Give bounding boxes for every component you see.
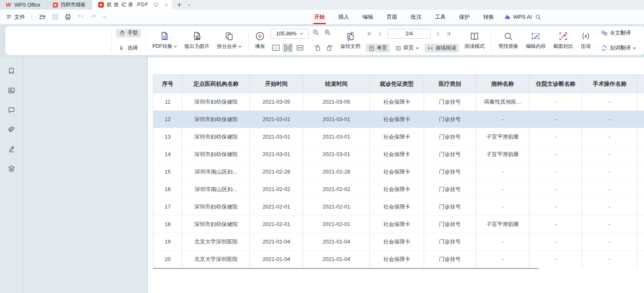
left-icon-strip: [0, 57, 23, 293]
bookmarks-panel-button[interactable]: [5, 65, 17, 77]
print-icon[interactable]: [64, 13, 72, 21]
table-row[interactable]: 13深圳市妇幼保健院2021-03-012021-03-01社会保障卡门诊挂号子…: [153, 128, 644, 146]
table-cell-partial: [637, 146, 644, 163]
redo-icon[interactable]: [90, 13, 97, 20]
screenshot-compare-button[interactable]: 截图对比: [549, 28, 577, 53]
file-menu-button[interactable]: 文件: [6, 13, 25, 21]
menu-item-2[interactable]: 编辑: [356, 10, 380, 24]
rotate-document-button[interactable]: 旋转文档: [337, 28, 364, 53]
chevron-down-icon: [633, 47, 636, 50]
find-replace-button[interactable]: 查找替换: [494, 28, 522, 53]
next-page-button[interactable]: [434, 29, 442, 38]
compress-button[interactable]: 压缩: [577, 28, 594, 53]
table-row[interactable]: 15深圳市南山区妇...2021-02-282021-02-28社会保障卡门诊挂…: [153, 163, 644, 181]
quick-access-chevron-icon[interactable]: [102, 15, 107, 20]
attachments-panel-button[interactable]: [5, 124, 17, 135]
menu-item-6[interactable]: 保护: [452, 10, 477, 24]
fit-width-button[interactable]: [295, 43, 305, 52]
document-page[interactable]: 序号定点医药机构名称开始时间结束时间就诊凭证类型医疗类别病种名称住院主诊断名称手…: [148, 57, 644, 293]
table-row[interactable]: 11深圳市妇幼保健院2021-03-052021-03-05社会保障卡门诊挂号病…: [153, 93, 644, 111]
menu-item-0[interactable]: 开始: [307, 10, 332, 24]
menu-item-3[interactable]: 页面: [380, 10, 404, 24]
hand-tool-button[interactable]: 手型: [116, 29, 141, 37]
double-page-icon: [395, 45, 401, 51]
pdf-convert-icon: W: [160, 31, 170, 41]
table-cell: 13: [153, 128, 182, 146]
table-row[interactable]: 17深圳市妇幼保健院2021-02-012021-02-01社会保障卡门诊挂号-…: [153, 198, 644, 216]
page-indicator-input[interactable]: 2/4: [387, 29, 431, 39]
window-tab-bar: W WPS Office 找稻壳模板 P 就 医 记 录 .PDF: [0, 0, 644, 10]
table-row[interactable]: 14深圳市妇幼保健院2021-03-012021-03-01社会保障卡门诊挂号子…: [153, 146, 644, 163]
split-merge-label: 拆分合并: [217, 43, 237, 50]
single-page-button[interactable]: 单页: [366, 44, 390, 52]
table-cell: -: [582, 128, 637, 146]
table-cell: 2021-03-01: [303, 128, 370, 146]
word-translate-button[interactable]: A 文 划词翻译: [598, 44, 639, 52]
zoom-out-icon[interactable]: [312, 29, 320, 36]
double-page-button[interactable]: 双页: [392, 44, 422, 52]
menu-item-5[interactable]: 工具: [428, 10, 452, 24]
open-file-icon[interactable]: [39, 13, 46, 21]
edit-content-button[interactable]: 编辑内容: [522, 28, 549, 53]
menu-item-7[interactable]: 转换: [477, 10, 501, 24]
menu-search-button[interactable]: [531, 14, 546, 20]
close-tab-icon[interactable]: [164, 2, 169, 7]
actual-size-button[interactable]: 1:1: [270, 43, 281, 52]
table-row[interactable]: 20北京大学深圳医院2021-01-042021-01-04社会保障卡门诊挂号-…: [153, 251, 644, 268]
separate-window-icon[interactable]: [153, 2, 159, 7]
tab-document-pdf[interactable]: P 就 医 记 录 .PDF: [92, 0, 172, 10]
rotate-left-button[interactable]: [312, 43, 323, 52]
zoom-in-icon[interactable]: [324, 29, 331, 36]
play-button[interactable]: 播放: [251, 28, 269, 53]
tab-wps-office[interactable]: W WPS Office: [0, 0, 47, 10]
fulltext-translate-button[interactable]: A 文 全文翻译: [598, 29, 639, 37]
table-row[interactable]: 18深圳市妇幼保健院2021-02-012021-02-01社会保障卡门诊挂号子…: [153, 216, 644, 233]
table-cell: -: [582, 198, 637, 216]
table-cell: 深圳市妇幼保健院: [182, 128, 250, 146]
table-cell: 2021-01-04: [303, 233, 370, 251]
first-page-icon: [367, 31, 372, 37]
navigation-panel[interactable]: [23, 57, 148, 293]
table-cell: 深圳市南山区妇...: [182, 163, 250, 181]
zoom-value: 105.88%: [276, 31, 297, 37]
table-header-cell: 手术操作名称: [582, 75, 637, 93]
table-row[interactable]: 12深圳市妇幼保健院2021-03-012021-03-01社会保障卡门诊挂号-…: [153, 111, 644, 128]
undo-icon[interactable]: [77, 13, 84, 20]
select-tool-button[interactable]: 选择: [116, 44, 141, 52]
first-page-button[interactable]: [366, 29, 373, 38]
table-cell-partial: [637, 233, 644, 251]
table-cell: 15: [153, 163, 182, 181]
tab-list-chevron-icon[interactable]: [187, 2, 192, 7]
tab-docer-templates[interactable]: 找稻壳模板: [47, 0, 92, 10]
comments-panel-button[interactable]: [5, 104, 17, 116]
zoom-level-select[interactable]: 105.88%: [270, 29, 309, 39]
table-cell: 北京大学深圳医院: [182, 251, 250, 268]
compress-label: 压缩: [581, 43, 591, 50]
fulltext-translate-label: 全文翻译: [610, 30, 631, 37]
new-tab-icon[interactable]: [176, 2, 182, 8]
continuous-read-button[interactable]: 连续阅读: [424, 44, 459, 52]
read-mode-button[interactable]: 阅读模式: [461, 28, 488, 53]
last-page-button[interactable]: [445, 29, 452, 38]
table-row[interactable]: 19北京大学深圳医院2021-01-042021-01-04社会保障卡门诊挂号-…: [153, 233, 644, 251]
fit-page-button[interactable]: [282, 43, 293, 52]
save-icon[interactable]: [52, 13, 59, 20]
fulltext-translate-icon: A 文: [601, 30, 608, 37]
signature-panel-button[interactable]: [5, 143, 17, 155]
table-cell: -: [529, 111, 582, 128]
thumbnails-panel-button[interactable]: [5, 84, 17, 96]
table-row[interactable]: 16深圳市南山区妇...2021-02-022021-02-02社会保障卡门诊挂…: [153, 181, 644, 198]
split-merge-button[interactable]: 拆分合并: [213, 28, 245, 53]
pdf-convert-button[interactable]: W PDF转换: [149, 28, 181, 53]
edit-content-icon: [531, 31, 541, 41]
svg-text:文: 文: [602, 48, 604, 51]
menu-item-4[interactable]: 批注: [404, 10, 428, 24]
prev-page-button[interactable]: [377, 29, 384, 38]
menu-item-1[interactable]: 插入: [332, 10, 356, 24]
rotate-right-button[interactable]: [324, 43, 335, 52]
table-cell: 2021-03-05: [250, 93, 303, 111]
export-image-button[interactable]: 输出为图片: [181, 28, 213, 53]
table-cell: -: [476, 198, 529, 216]
layers-panel-button[interactable]: [5, 163, 17, 174]
screenshot-compare-label: 截图对比: [553, 43, 573, 50]
